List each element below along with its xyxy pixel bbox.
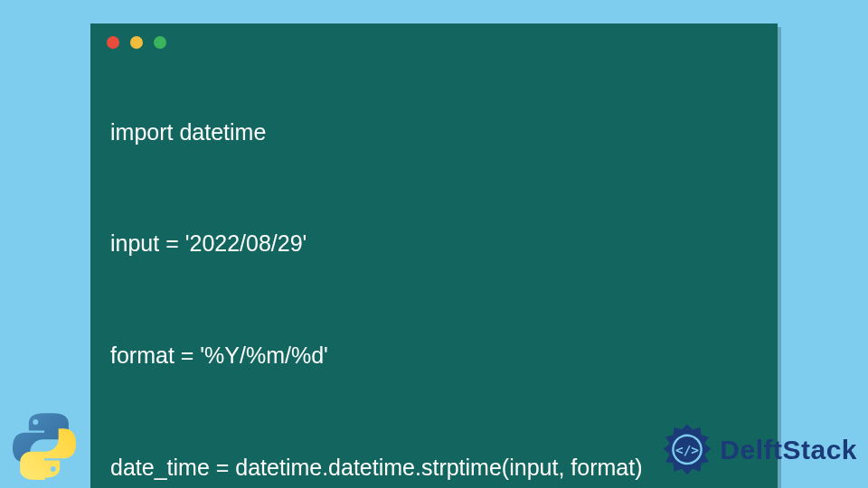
code-line: format = '%Y/%m/%d': [110, 342, 758, 370]
brand-name: DelftStack: [720, 435, 857, 465]
svg-text:</>: </>: [675, 443, 699, 457]
code-line: import datetime: [110, 118, 758, 146]
window-dot-minimize-icon: [130, 36, 143, 49]
window-titlebar: [90, 23, 778, 56]
python-logo-icon: [7, 408, 81, 483]
code-line: input = '2022/08/29': [110, 230, 758, 258]
delftstack-brand: </> DelftStack: [660, 423, 857, 477]
window-dot-maximize-icon: [154, 36, 166, 49]
window-dot-close-icon: [107, 36, 119, 49]
code-window: import datetime input = '2022/08/29' for…: [90, 23, 778, 488]
delftstack-logo-icon: </>: [660, 423, 714, 477]
